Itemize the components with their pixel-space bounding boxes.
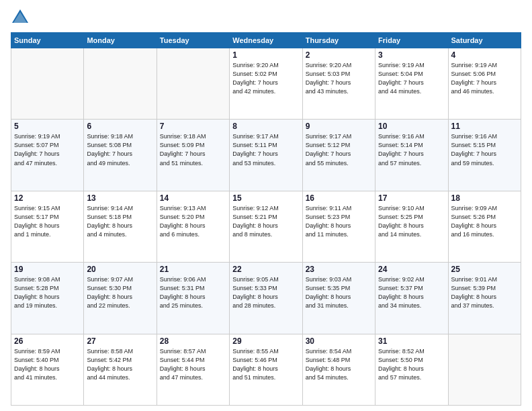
day-number: 26 [14,336,81,346]
day-number: 1 [232,50,299,60]
day-number: 12 [14,193,81,203]
day-number: 16 [306,193,372,203]
day-number: 21 [160,265,226,274]
day-number: 6 [87,122,153,131]
day-number: 20 [87,265,153,274]
calendar-cell: 15Sunrise: 9:12 AM Sunset: 5:21 PM Dayli… [230,191,302,262]
calendar-header-row: SundayMondayTuesdayWednesdayThursdayFrid… [11,33,521,48]
day-detail: Sunrise: 9:18 AM Sunset: 5:08 PM Dayligh… [87,132,153,167]
calendar-cell: 9Sunrise: 9:17 AM Sunset: 5:12 PM Daylig… [302,120,375,191]
calendar-header-monday: Monday [84,33,157,48]
calendar-cell: 18Sunrise: 9:09 AM Sunset: 5:26 PM Dayli… [448,191,521,262]
calendar-cell: 2Sunrise: 9:20 AM Sunset: 5:03 PM Daylig… [302,48,375,120]
calendar-cell: 16Sunrise: 9:11 AM Sunset: 5:23 PM Dayli… [302,191,375,262]
logo-icon [11,8,30,27]
day-number: 27 [87,336,153,346]
day-detail: Sunrise: 9:06 AM Sunset: 5:31 PM Dayligh… [160,275,226,310]
day-number: 29 [232,336,299,346]
day-detail: Sunrise: 9:11 AM Sunset: 5:23 PM Dayligh… [306,204,372,239]
day-number: 2 [306,50,372,60]
calendar-week-row: 12Sunrise: 9:15 AM Sunset: 5:17 PM Dayli… [11,191,521,262]
day-detail: Sunrise: 9:19 AM Sunset: 5:07 PM Dayligh… [14,132,81,167]
calendar-cell [448,334,521,405]
day-detail: Sunrise: 9:05 AM Sunset: 5:33 PM Dayligh… [232,275,299,310]
calendar-cell: 14Sunrise: 9:13 AM Sunset: 5:20 PM Dayli… [157,191,229,262]
day-detail: Sunrise: 9:18 AM Sunset: 5:09 PM Dayligh… [160,132,226,167]
day-detail: Sunrise: 9:09 AM Sunset: 5:26 PM Dayligh… [451,204,518,239]
calendar-header-sunday: Sunday [11,33,84,48]
day-detail: Sunrise: 9:07 AM Sunset: 5:30 PM Dayligh… [87,275,153,310]
calendar-cell: 8Sunrise: 9:17 AM Sunset: 5:11 PM Daylig… [230,120,302,191]
calendar-cell: 29Sunrise: 8:55 AM Sunset: 5:46 PM Dayli… [230,334,302,405]
calendar-cell: 7Sunrise: 9:18 AM Sunset: 5:09 PM Daylig… [157,120,229,191]
calendar-cell [84,48,157,120]
calendar-week-row: 19Sunrise: 9:08 AM Sunset: 5:28 PM Dayli… [11,263,521,334]
calendar-cell: 26Sunrise: 8:59 AM Sunset: 5:40 PM Dayli… [11,334,84,405]
day-number: 4 [451,50,518,60]
day-detail: Sunrise: 8:54 AM Sunset: 5:48 PM Dayligh… [306,347,372,382]
day-detail: Sunrise: 9:16 AM Sunset: 5:15 PM Dayligh… [451,132,518,167]
day-detail: Sunrise: 8:55 AM Sunset: 5:46 PM Dayligh… [232,347,299,382]
logo [11,8,32,27]
day-number: 23 [306,265,372,274]
day-detail: Sunrise: 9:12 AM Sunset: 5:21 PM Dayligh… [232,204,299,239]
calendar-cell [157,48,229,120]
calendar-cell: 11Sunrise: 9:16 AM Sunset: 5:15 PM Dayli… [448,120,521,191]
calendar-cell: 17Sunrise: 9:10 AM Sunset: 5:25 PM Dayli… [375,191,448,262]
day-number: 11 [451,122,518,131]
calendar-cell: 1Sunrise: 9:20 AM Sunset: 5:02 PM Daylig… [230,48,302,120]
day-number: 24 [378,265,445,274]
calendar-cell: 12Sunrise: 9:15 AM Sunset: 5:17 PM Dayli… [11,191,84,262]
page: SundayMondayTuesdayWednesdayThursdayFrid… [0,0,532,411]
calendar-cell: 10Sunrise: 9:16 AM Sunset: 5:14 PM Dayli… [375,120,448,191]
day-number: 8 [232,122,299,131]
calendar-cell: 4Sunrise: 9:19 AM Sunset: 5:06 PM Daylig… [448,48,521,120]
day-number: 30 [306,336,372,346]
day-detail: Sunrise: 9:13 AM Sunset: 5:20 PM Dayligh… [160,204,226,239]
day-detail: Sunrise: 8:59 AM Sunset: 5:40 PM Dayligh… [14,347,81,382]
day-detail: Sunrise: 9:20 AM Sunset: 5:02 PM Dayligh… [232,61,299,96]
day-number: 28 [160,336,226,346]
day-detail: Sunrise: 9:16 AM Sunset: 5:14 PM Dayligh… [378,132,445,167]
day-detail: Sunrise: 8:57 AM Sunset: 5:44 PM Dayligh… [160,347,226,382]
day-detail: Sunrise: 8:52 AM Sunset: 5:50 PM Dayligh… [378,347,445,382]
day-detail: Sunrise: 9:19 AM Sunset: 5:04 PM Dayligh… [378,61,445,96]
calendar-cell: 13Sunrise: 9:14 AM Sunset: 5:18 PM Dayli… [84,191,157,262]
day-number: 18 [451,193,518,203]
calendar-header-thursday: Thursday [302,33,375,48]
day-detail: Sunrise: 8:58 AM Sunset: 5:42 PM Dayligh… [87,347,153,382]
calendar-cell [11,48,84,120]
day-number: 17 [378,193,445,203]
day-number: 7 [160,122,226,131]
calendar-cell: 27Sunrise: 8:58 AM Sunset: 5:42 PM Dayli… [84,334,157,405]
day-number: 31 [378,336,445,346]
calendar-cell: 3Sunrise: 9:19 AM Sunset: 5:04 PM Daylig… [375,48,448,120]
calendar-header-saturday: Saturday [448,33,521,48]
calendar-cell: 24Sunrise: 9:02 AM Sunset: 5:37 PM Dayli… [375,263,448,334]
day-number: 5 [14,122,81,131]
day-detail: Sunrise: 9:01 AM Sunset: 5:39 PM Dayligh… [451,275,518,310]
day-detail: Sunrise: 9:15 AM Sunset: 5:17 PM Dayligh… [14,204,81,239]
calendar-cell: 19Sunrise: 9:08 AM Sunset: 5:28 PM Dayli… [11,263,84,334]
day-detail: Sunrise: 9:08 AM Sunset: 5:28 PM Dayligh… [14,275,81,310]
calendar-cell: 25Sunrise: 9:01 AM Sunset: 5:39 PM Dayli… [448,263,521,334]
day-detail: Sunrise: 9:20 AM Sunset: 5:03 PM Dayligh… [306,61,372,96]
calendar-cell: 21Sunrise: 9:06 AM Sunset: 5:31 PM Dayli… [157,263,229,334]
calendar-cell: 23Sunrise: 9:03 AM Sunset: 5:35 PM Dayli… [302,263,375,334]
calendar-cell: 22Sunrise: 9:05 AM Sunset: 5:33 PM Dayli… [230,263,302,334]
day-number: 13 [87,193,153,203]
calendar-cell: 31Sunrise: 8:52 AM Sunset: 5:50 PM Dayli… [375,334,448,405]
calendar-header-tuesday: Tuesday [157,33,229,48]
calendar-cell: 5Sunrise: 9:19 AM Sunset: 5:07 PM Daylig… [11,120,84,191]
calendar-cell: 28Sunrise: 8:57 AM Sunset: 5:44 PM Dayli… [157,334,229,405]
day-detail: Sunrise: 9:02 AM Sunset: 5:37 PM Dayligh… [378,275,445,310]
day-number: 14 [160,193,226,203]
day-detail: Sunrise: 9:17 AM Sunset: 5:11 PM Dayligh… [232,132,299,167]
day-number: 22 [232,265,299,274]
day-number: 19 [14,265,81,274]
calendar-cell: 30Sunrise: 8:54 AM Sunset: 5:48 PM Dayli… [302,334,375,405]
day-number: 3 [378,50,445,60]
day-detail: Sunrise: 9:10 AM Sunset: 5:25 PM Dayligh… [378,204,445,239]
day-number: 15 [232,193,299,203]
day-detail: Sunrise: 9:17 AM Sunset: 5:12 PM Dayligh… [306,132,372,167]
